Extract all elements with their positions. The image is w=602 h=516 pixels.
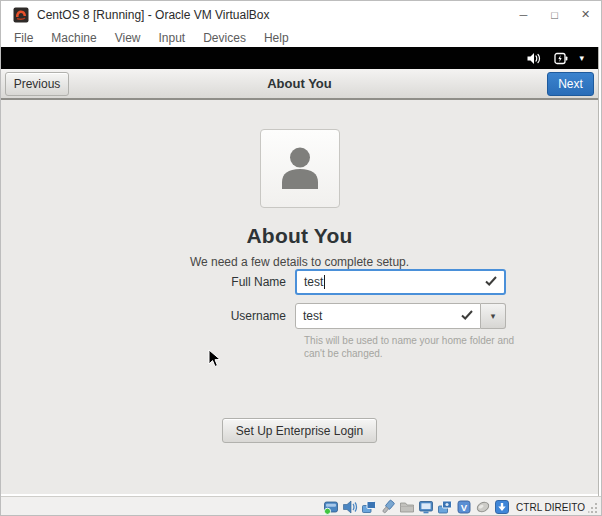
features-icon[interactable]: V: [456, 499, 472, 515]
full-name-row: Full Name test: [82, 269, 517, 295]
resize-grip[interactable]: [588, 501, 598, 513]
keyboard-capture-icon[interactable]: [494, 499, 510, 515]
menu-input[interactable]: Input: [150, 31, 195, 45]
menu-machine[interactable]: Machine: [42, 31, 105, 45]
shared-folders-icon[interactable]: [399, 499, 415, 515]
username-label: Username: [82, 309, 295, 323]
checkmark-icon: [485, 275, 497, 289]
setup-header: About You Previous Next: [1, 69, 598, 100]
username-input[interactable]: test: [295, 303, 481, 329]
menu-view[interactable]: View: [106, 31, 150, 45]
host-key-label: CTRL DIREITO: [516, 502, 585, 513]
vm-area: ▾ About You Previous Next: [1, 47, 601, 496]
checkmark-icon: [461, 309, 473, 323]
display-icon[interactable]: [418, 499, 434, 515]
about-you-form: Full Name test Username test: [82, 269, 517, 443]
menu-devices[interactable]: Devices: [194, 31, 255, 45]
virtualbox-vm-icon: [13, 7, 29, 23]
full-name-label: Full Name: [82, 275, 295, 289]
dropdown-arrow-icon: ▾: [491, 311, 496, 321]
username-dropdown-button[interactable]: ▾: [481, 303, 506, 329]
virtualbox-window: CentOS 8 [Running] - Oracle VM VirtualBo…: [0, 0, 602, 516]
volume-icon[interactable]: [527, 52, 541, 65]
username-value: test: [303, 309, 322, 323]
close-button[interactable]: ✕: [570, 1, 601, 28]
page-subtitle: We need a few details to complete setup.: [190, 255, 409, 269]
page-title: About You: [246, 224, 352, 248]
vm-display: ▾ About You Previous Next: [1, 47, 599, 496]
text-cursor: [324, 275, 325, 289]
minimize-button[interactable]: ─: [508, 1, 539, 28]
network-icon[interactable]: [361, 499, 377, 515]
enterprise-login-button[interactable]: Set Up Enterprise Login: [222, 418, 377, 443]
audio-icon[interactable]: [342, 499, 358, 515]
maximize-button[interactable]: □: [539, 1, 570, 28]
titlebar: CentOS 8 [Running] - Oracle VM VirtualBo…: [1, 1, 601, 28]
header-title: About You: [1, 76, 598, 91]
mouse-integration-icon[interactable]: [475, 499, 491, 515]
previous-button[interactable]: Previous: [5, 72, 69, 96]
hard-disks-icon[interactable]: [323, 499, 339, 515]
full-name-value: test: [304, 275, 323, 289]
next-button[interactable]: Next: [547, 72, 594, 96]
window-controls: ─ □ ✕: [508, 1, 601, 28]
username-hint: This will be used to name your home fold…: [304, 334, 524, 360]
person-icon: [277, 144, 323, 194]
full-name-input[interactable]: test: [295, 269, 506, 295]
statusbar: V CTRL DIREITO: [1, 496, 601, 516]
window-title: CentOS 8 [Running] - Oracle VM VirtualBo…: [37, 8, 270, 22]
setup-content: About You We need a few details to compl…: [1, 100, 598, 494]
svg-text:V: V: [461, 502, 468, 513]
avatar-button[interactable]: [260, 129, 340, 208]
usb-icon[interactable]: [380, 499, 396, 515]
gnome-top-bar: ▾: [1, 47, 598, 69]
menubar: File Machine View Input Devices Help: [1, 28, 601, 47]
username-row: Username test ▾: [82, 303, 517, 329]
chevron-down-icon[interactable]: ▾: [579, 53, 584, 63]
menu-help[interactable]: Help: [255, 31, 298, 45]
battery-icon[interactable]: [554, 52, 568, 65]
menu-file[interactable]: File: [5, 31, 42, 45]
recording-icon[interactable]: [437, 499, 453, 515]
